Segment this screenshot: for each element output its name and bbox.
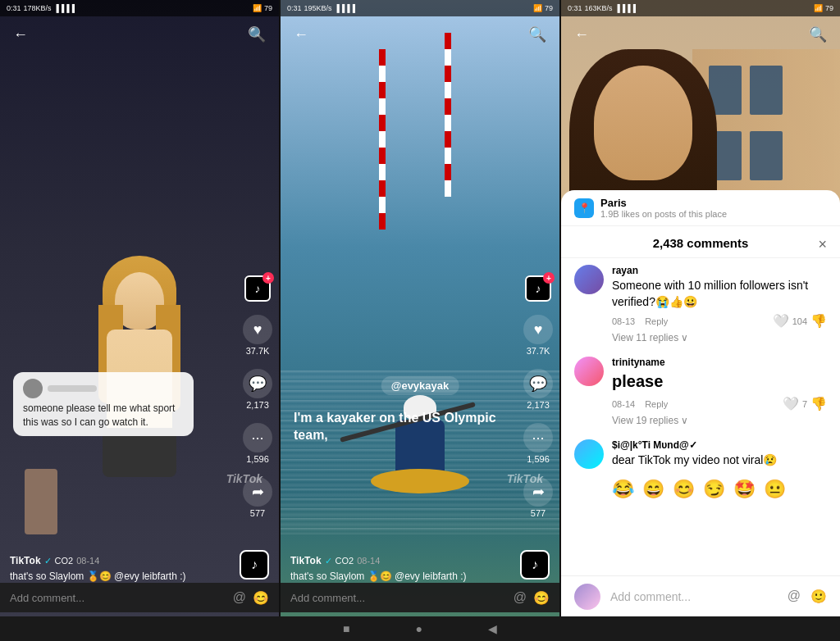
more-wrap-1[interactable]: ··· 1,596 [243,423,272,464]
back-button-1[interactable]: ← [13,26,28,43]
comment-avatar-1 [574,265,604,294]
screen-3: 0:31 163KB/s ▐▐▐▐ 📶 79 ← 🔍 📍 [561,0,840,616]
comment-avatar-3 [574,439,604,469]
comment-wrap-1[interactable]: 💬 2,173 [243,369,272,410]
back-nav-btn[interactable]: ◀ [488,622,497,635]
comment-body-3: $i@|k°Ti Mυnd@✓ dear TikTok my video not… [612,439,827,507]
input-icons: @ 🙂 [788,589,827,604]
battery-icon-1: 79 [264,4,272,12]
location-info: Paris 1.9B likes on posts of this place [600,197,727,219]
tiktok-logo-wrap-2[interactable]: ♪ + [525,275,551,302]
plus-badge-2: + [543,272,555,284]
input-placeholder[interactable]: Add comment... [610,590,778,603]
share-icon-1[interactable]: ➦ [243,477,272,507]
comment-text-1: Someone with 10 million followers isn't … [612,278,827,310]
like-wrap-1[interactable]: ♥ 37.7K [243,315,272,356]
comment-placeholder-2[interactable]: Add comment... [290,592,507,604]
tiktok-logo-1[interactable]: ♪ + [244,275,271,302]
verified-1: ✓ [44,556,52,566]
at-input-icon[interactable]: @ [788,589,801,604]
heart-icon-1[interactable]: ♥ [243,315,272,344]
top-nav-1: ← 🔍 [0,16,279,52]
tiktok-bottom-logo-2: ♪ [520,550,550,580]
right-sidebar-2: ♪ + ♥ 37.7K 💬 2,173 ··· 1,596 [523,275,553,518]
comment-icon-2[interactable]: 💬 [523,369,553,398]
share-icon-2[interactable]: ➦ [523,477,553,507]
comments-title: 2,438 comments [653,236,749,250]
comment-icon-1[interactable]: 💬 [243,369,272,398]
search-button-2[interactable]: 🔍 [528,25,546,43]
share-wrap-1[interactable]: ➦ 577 [243,477,272,518]
more-icon-1[interactable]: ··· [243,423,272,452]
at-icon-1[interactable]: @ [233,590,246,606]
view-replies-2[interactable]: View 19 replies ∨ [612,415,827,426]
emoji-icon-2[interactable]: 😊 [533,590,550,606]
comment-text-2: please [612,370,827,393]
emoji-star[interactable]: 🤩 [733,479,756,500]
tt-logo-mark-1: ♪ [240,550,269,580]
comment-wrap-2[interactable]: 💬 2,173 [523,369,553,410]
screen-2: 0:31 195KB/s ▐▐▐▐ 📶 79 ← 🔍 @evykayak I'm… [281,0,559,616]
tiktok-logo-2[interactable]: ♪ + [525,275,551,302]
more-wrap-2[interactable]: ··· 1,596 [523,423,553,464]
signal-indicator-1: ▐▐▐▐ [54,4,75,12]
comment-body-1: rayan Someone with 10 million followers … [612,265,827,343]
emoji-smirk[interactable]: 😏 [703,479,725,500]
share-wrap-2[interactable]: ➦ 577 [523,477,553,518]
comment-date-1: 08-13 [612,316,635,326]
tt-logo-mark-2: ♪ [520,550,550,580]
comment-reactions-1: 🤍 104 👎 [773,313,827,329]
emoji-icon-1[interactable]: 😊 [253,590,269,606]
battery-icon-3: 79 [825,4,833,12]
more-icon-2[interactable]: ··· [523,423,553,452]
dislike-icon-1[interactable]: 👎 [810,313,827,329]
like-count-c2: 7 [802,399,807,409]
comment-icons-1: @ 😊 [233,590,269,606]
reply-btn-2[interactable]: Reply [645,399,668,409]
chat-bubble-1: someone please tell me what sport this w… [13,372,194,436]
comment-count-1: 2,173 [246,400,269,410]
emoji-neutral[interactable]: 😐 [764,479,786,500]
like-count-2: 37.7K [527,346,550,356]
battery-icon-2: 79 [545,4,553,12]
comment-icons-2: @ 😊 [514,590,550,606]
emoji-smile[interactable]: 😊 [673,479,695,500]
comment-placeholder-1[interactable]: Add comment... [10,592,226,604]
emoji-happy[interactable]: 😄 [642,479,664,500]
comment-meta-1: 08-13 Reply 🤍 104 👎 [612,313,827,329]
chat-text-1: someone please tell me what sport this w… [23,402,184,430]
status-bar-1: 0:31 178KB/s ▐▐▐▐ 📶 79 [0,0,279,16]
back-button-3[interactable]: ← [574,26,589,43]
comment-reactions-2: 🤍 7 👎 [783,396,827,411]
close-comments-button[interactable]: × [818,236,827,253]
emoji-laugh[interactable]: 😂 [612,479,634,500]
at-icon-2[interactable]: @ [514,590,527,606]
tiktok-logo-wrap-1[interactable]: ♪ + [244,275,271,302]
username-tag-2: @evykayak [381,376,459,395]
view-replies-1[interactable]: View 11 replies ∨ [612,332,827,343]
like-count-c1: 104 [792,316,807,326]
comment-count-2: 2,173 [527,400,550,410]
like-icon-2[interactable]: 🤍 [783,396,799,411]
heart-icon-2[interactable]: ♥ [523,315,553,344]
right-sidebar-1: ♪ + ♥ 37.7K 💬 2,173 ··· 1,596 [243,275,272,518]
dislike-icon-2[interactable]: 👎 [810,396,827,411]
comment-user-1: rayan [612,265,827,276]
system-nav: ■ ● ◀ [0,616,840,641]
input-avatar [574,584,600,610]
square-nav-btn[interactable]: ■ [343,622,349,635]
date-1: 08-14 [76,556,99,566]
reply-btn-1[interactable]: Reply [645,316,668,326]
search-button-3[interactable]: 🔍 [809,25,827,43]
status-bar-3: 0:31 163KB/s ▐▐▐▐ 📶 79 [561,0,840,16]
search-button-1[interactable]: 🔍 [248,25,266,43]
description-1: that's so Slaylom 🏅😊 @evy leibfarth :) [10,570,269,584]
comment-item-2: trinityname please 08-14 Reply 🤍 7 👎 [574,357,827,426]
co2-badge-1: CO2 [55,556,74,566]
emoji-input-icon[interactable]: 🙂 [810,589,827,604]
back-button-2[interactable]: ← [294,26,308,43]
pole-right [445,33,451,197]
like-wrap-2[interactable]: ♥ 37.7K [523,315,553,356]
like-icon-1[interactable]: 🤍 [773,313,789,329]
circle-nav-btn[interactable]: ● [416,622,422,635]
